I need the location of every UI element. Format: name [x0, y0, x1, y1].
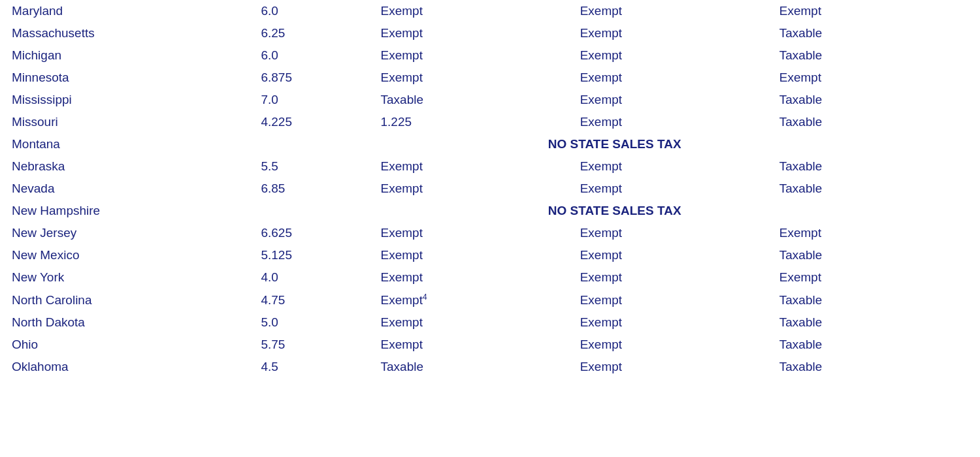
- clothing-cell: Taxable: [774, 356, 973, 378]
- state-cell: New Hampshire: [7, 200, 255, 222]
- table-row: Nevada 6.85 Exempt Exempt Taxable: [7, 178, 973, 200]
- clothing-cell: Taxable: [774, 334, 973, 356]
- prescription-cell: Exempt: [575, 89, 774, 111]
- rate-cell: 5.125: [255, 244, 375, 266]
- table-row: Oklahoma 4.5 Taxable Exempt Taxable: [7, 356, 973, 378]
- state-cell: New York: [7, 266, 255, 289]
- prescription-cell: Exempt: [575, 222, 774, 244]
- state-cell: Massachusetts: [7, 22, 255, 44]
- rate-cell: 6.0: [255, 0, 375, 22]
- table-row: Montana NO STATE SALES TAX: [7, 133, 973, 155]
- prescription-cell: Exempt: [575, 22, 774, 44]
- rate-cell: 5.75: [255, 334, 375, 356]
- rate-cell: 5.0: [255, 311, 375, 334]
- state-cell: Ohio: [7, 334, 255, 356]
- rate-cell: 4.225: [255, 111, 375, 133]
- clothing-cell: Taxable: [774, 89, 973, 111]
- table-container: Maryland 6.0 Exempt Exempt Exempt Massac…: [0, 0, 980, 457]
- state-cell: Minnesota: [7, 67, 255, 89]
- table-row: Michigan 6.0 Exempt Exempt Taxable: [7, 44, 973, 67]
- state-cell: North Dakota: [7, 311, 255, 334]
- food-cell: Exempt: [376, 244, 575, 266]
- state-cell: New Mexico: [7, 244, 255, 266]
- state-cell: Oklahoma: [7, 356, 255, 378]
- prescription-cell: Exempt: [575, 266, 774, 289]
- food-cell: Exempt: [376, 311, 575, 334]
- food-cell: Exempt: [376, 155, 575, 178]
- clothing-cell: Taxable: [774, 22, 973, 44]
- prescription-cell: Exempt: [575, 289, 774, 311]
- table-row: Massachusetts 6.25 Exempt Exempt Taxable: [7, 22, 973, 44]
- table-row: Nebraska 5.5 Exempt Exempt Taxable: [7, 155, 973, 178]
- table-row: New York 4.0 Exempt Exempt Exempt: [7, 266, 973, 289]
- clothing-cell: Taxable: [774, 111, 973, 133]
- table-row: New Jersey 6.625 Exempt Exempt Exempt: [7, 222, 973, 244]
- rate-cell: 6.25: [255, 22, 375, 44]
- prescription-cell: Exempt: [575, 0, 774, 22]
- prescription-cell: Exempt: [575, 334, 774, 356]
- rate-cell: 5.5: [255, 155, 375, 178]
- rate-cell: 6.0: [255, 44, 375, 67]
- table-row: Minnesota 6.875 Exempt Exempt Exempt: [7, 67, 973, 89]
- table-row: Mississippi 7.0 Taxable Exempt Taxable: [7, 89, 973, 111]
- state-cell: New Jersey: [7, 222, 255, 244]
- food-cell: Exempt: [376, 222, 575, 244]
- clothing-cell: Taxable: [774, 244, 973, 266]
- table-row: Maryland 6.0 Exempt Exempt Exempt: [7, 0, 973, 22]
- food-cell: Exempt: [376, 178, 575, 200]
- food-cell: Exempt: [376, 266, 575, 289]
- prescription-cell: Exempt: [575, 178, 774, 200]
- no-tax-cell: NO STATE SALES TAX: [255, 200, 973, 222]
- clothing-cell: Exempt: [774, 266, 973, 289]
- table-row: New Hampshire NO STATE SALES TAX: [7, 200, 973, 222]
- rate-cell: 6.875: [255, 67, 375, 89]
- state-cell: Nebraska: [7, 155, 255, 178]
- food-cell: 1.225: [376, 111, 575, 133]
- table-row: Ohio 5.75 Exempt Exempt Taxable: [7, 334, 973, 356]
- food-cell: Taxable: [376, 89, 575, 111]
- state-cell: Mississippi: [7, 89, 255, 111]
- state-cell: Missouri: [7, 111, 255, 133]
- rate-cell: 4.0: [255, 266, 375, 289]
- no-tax-cell: NO STATE SALES TAX: [255, 133, 973, 155]
- prescription-cell: Exempt: [575, 244, 774, 266]
- food-cell: Exempt: [376, 22, 575, 44]
- food-cell: Exempt: [376, 44, 575, 67]
- sales-tax-table: Maryland 6.0 Exempt Exempt Exempt Massac…: [7, 0, 973, 378]
- clothing-cell: Taxable: [774, 178, 973, 200]
- rate-cell: 4.5: [255, 356, 375, 378]
- clothing-cell: Exempt: [774, 222, 973, 244]
- rate-cell: 7.0: [255, 89, 375, 111]
- table-row: New Mexico 5.125 Exempt Exempt Taxable: [7, 244, 973, 266]
- food-cell: Exempt: [376, 334, 575, 356]
- state-cell: Maryland: [7, 0, 255, 22]
- rate-cell: 6.625: [255, 222, 375, 244]
- prescription-cell: Exempt: [575, 356, 774, 378]
- state-cell: North Carolina: [7, 289, 255, 311]
- clothing-cell: Exempt: [774, 67, 973, 89]
- prescription-cell: Exempt: [575, 311, 774, 334]
- prescription-cell: Exempt: [575, 111, 774, 133]
- clothing-cell: Taxable: [774, 155, 973, 178]
- prescription-cell: Exempt: [575, 155, 774, 178]
- table-row: Missouri 4.225 1.225 Exempt Taxable: [7, 111, 973, 133]
- clothing-cell: Exempt: [774, 0, 973, 22]
- food-cell: Taxable: [376, 356, 575, 378]
- food-cell: Exempt: [376, 0, 575, 22]
- table-row: North Carolina 4.75 Exempt4 Exempt Taxab…: [7, 289, 973, 311]
- prescription-cell: Exempt: [575, 67, 774, 89]
- food-cell: Exempt4: [376, 289, 575, 311]
- rate-cell: 6.85: [255, 178, 375, 200]
- prescription-cell: Exempt: [575, 44, 774, 67]
- state-cell: Michigan: [7, 44, 255, 67]
- table-row: North Dakota 5.0 Exempt Exempt Taxable: [7, 311, 973, 334]
- rate-cell: 4.75: [255, 289, 375, 311]
- clothing-cell: Taxable: [774, 289, 973, 311]
- clothing-cell: Taxable: [774, 44, 973, 67]
- state-cell: Nevada: [7, 178, 255, 200]
- state-cell: Montana: [7, 133, 255, 155]
- food-cell: Exempt: [376, 67, 575, 89]
- clothing-cell: Taxable: [774, 311, 973, 334]
